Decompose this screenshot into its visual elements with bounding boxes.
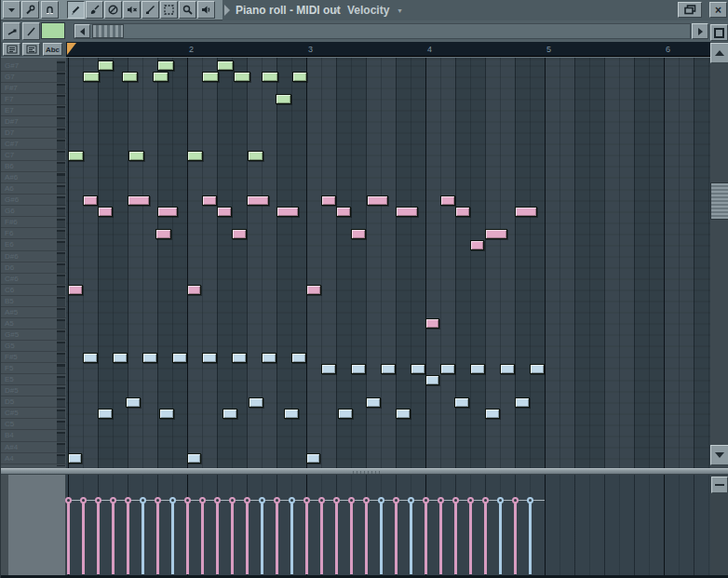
note-C6[interactable] [306,285,321,295]
velocity-stem[interactable] [320,503,323,574]
velocity-stem[interactable] [380,503,383,574]
velocity-stem[interactable] [246,503,249,574]
note-G#6[interactable] [128,195,150,206]
velocity-handle[interactable] [184,497,191,504]
velocity-stem[interactable] [97,503,100,574]
velocity-stem[interactable] [112,503,115,574]
horizontal-scroll-thumb[interactable] [92,24,124,38]
velocity-handle[interactable] [527,497,533,504]
velocity-stem[interactable] [290,503,293,574]
velocity-handle[interactable] [438,497,444,504]
note-G6[interactable] [455,207,470,217]
options-menu-button[interactable] [3,1,20,19]
note-G7[interactable] [202,72,219,82]
velocity-handle[interactable] [333,497,340,504]
note-D5[interactable] [249,397,263,408]
piano-key-G6[interactable]: G6 [1,206,66,217]
piano-key-F#6[interactable]: F#6 [1,217,66,228]
velocity-stem[interactable] [514,503,517,574]
piano-key-F7[interactable]: F7 [1,94,66,105]
note-F6[interactable] [155,229,171,239]
velocity-handle[interactable] [229,497,236,504]
note-G6[interactable] [515,207,537,217]
velocity-handle[interactable] [199,497,206,504]
velocity-editor[interactable] [66,475,710,575]
note-F#5[interactable] [172,353,187,363]
note-color-swatch[interactable] [41,22,65,39]
draw-button[interactable] [67,1,85,19]
piano-key-G#5[interactable]: G#5 [1,329,66,341]
scroll-up-button[interactable] [710,43,728,63]
note-G7[interactable] [83,72,100,82]
note-C7[interactable] [68,151,84,161]
note-D5[interactable] [515,397,530,408]
note-F5[interactable] [500,364,515,374]
note-F5[interactable] [321,364,336,374]
close-button[interactable]: × [709,2,727,18]
piano-key-E5[interactable]: E5 [1,374,66,385]
portamento-button[interactable] [22,22,40,40]
note-F7[interactable] [276,94,291,104]
note-G#6[interactable] [440,195,455,206]
velocity-handle[interactable] [214,497,221,504]
velocity-stem[interactable] [82,503,85,574]
chevron-down-icon[interactable]: ▼ [397,7,403,14]
note-C#5[interactable] [159,409,174,419]
velocity-handle[interactable] [318,497,325,504]
vertical-scrollbar[interactable] [710,42,728,468]
note-F6[interactable] [232,229,247,239]
velocity-handle[interactable] [140,497,146,504]
note-C#5[interactable] [284,409,299,419]
velocity-stem[interactable] [410,503,412,574]
slide-note-button[interactable] [3,22,20,40]
piano-key-C#6[interactable]: C#6 [1,274,66,285]
velocity-stem[interactable] [350,503,353,574]
piano-key-A5[interactable]: A5 [1,318,66,329]
velocity-handle[interactable] [452,497,459,504]
vertical-scroll-thumb[interactable] [710,182,728,220]
note-C7[interactable] [248,151,263,161]
horizontal-scrollbar[interactable] [74,23,691,39]
velocity-handle[interactable] [155,497,161,504]
note-E6[interactable] [470,240,484,250]
scroll-left-button[interactable] [74,24,90,38]
note-F#5[interactable] [113,353,128,363]
velocity-handle[interactable] [244,497,250,504]
note-G#6[interactable] [83,195,98,206]
note-F6[interactable] [351,229,366,239]
slice-button[interactable] [142,1,159,19]
note-G6[interactable] [276,207,299,217]
chevron-down-icon[interactable]: ▼ [333,7,340,14]
delete-button[interactable] [104,1,122,19]
piano-key-C5[interactable]: C5 [1,419,66,430]
piano-key-D#7[interactable]: D#7 [1,116,66,128]
piano-key-D#5[interactable]: D#5 [1,385,66,397]
note-D5[interactable] [454,397,469,408]
velocity-handle[interactable] [393,497,399,504]
velocity-stem[interactable] [469,503,472,574]
note-A5[interactable] [425,318,439,329]
note-F5[interactable] [411,364,425,374]
piano-key-C7[interactable]: C7 [1,150,66,161]
velocity-handle[interactable] [423,497,429,504]
zoom-button[interactable] [179,1,196,19]
velocity-stem[interactable] [365,503,368,574]
velocity-stem[interactable] [439,503,442,574]
note-G#7[interactable] [98,60,114,71]
note-F5[interactable] [381,364,396,374]
velocity-stem[interactable] [216,503,219,574]
piano-key-E7[interactable]: E7 [1,105,66,116]
velocity-handle[interactable] [169,497,176,504]
scroll-down-button[interactable] [710,445,728,465]
note-F#5[interactable] [291,353,306,363]
velocity-handle[interactable] [289,497,295,504]
tools-button[interactable] [21,1,39,19]
velocity-handle[interactable] [274,497,280,504]
velocity-stem[interactable] [261,503,263,574]
note-C7[interactable] [187,151,203,161]
piano-key-E6[interactable]: E6 [1,239,66,250]
velocity-handle[interactable] [95,497,101,504]
velocity-handle[interactable] [303,497,310,504]
velocity-handle[interactable] [65,497,72,504]
note-G#6[interactable] [321,195,336,206]
